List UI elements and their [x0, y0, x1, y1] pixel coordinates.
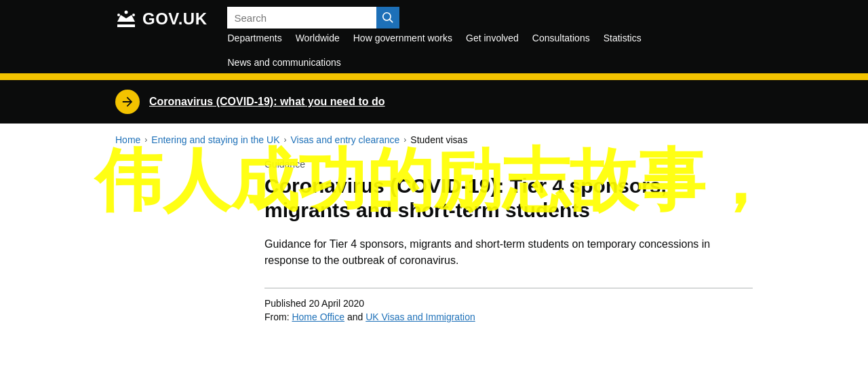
- arrow-right-icon: [121, 96, 134, 108]
- logo-area: GOV.UK: [115, 7, 207, 29]
- covid-arrow-icon: [115, 90, 140, 114]
- breadcrumb-link-visas[interactable]: Visas and entry clearance: [290, 134, 399, 145]
- nav-how-gov-works[interactable]: How government works: [353, 33, 452, 43]
- guidance-label: Guidance: [264, 159, 753, 170]
- article: Guidance Coronavirus (COVID-19): Tier 4 …: [264, 159, 753, 322]
- svg-point-1: [117, 14, 120, 16]
- breadcrumb-sep-3: › Student visas: [403, 134, 467, 145]
- ukvi-link[interactable]: UK Visas and Immigration: [366, 311, 475, 322]
- search-input[interactable]: [227, 7, 376, 29]
- covid-link[interactable]: Coronavirus (COVID-19): what you need to…: [149, 96, 385, 108]
- nav-news-comms[interactable]: News and communications: [227, 57, 340, 68]
- nav-get-involved[interactable]: Get involved: [466, 33, 519, 43]
- crown-icon: [115, 10, 137, 29]
- chevron-right-icon-2: ›: [283, 135, 286, 145]
- site-header: GOV.UK Departments Worldwide How governm…: [0, 0, 868, 73]
- breadcrumb-link-entering[interactable]: Entering and staying in the UK: [151, 134, 279, 145]
- article-title: Coronavirus (COVID-19): Tier 4 sponsors,…: [264, 174, 753, 223]
- nav-consultations[interactable]: Consultations: [532, 33, 590, 43]
- covid-banner: Coronavirus (COVID-19): what you need to…: [0, 80, 868, 124]
- header-right: Departments Worldwide How government wor…: [227, 7, 753, 68]
- breadcrumb: Home › Entering and staying in the UK › …: [115, 134, 753, 145]
- meta-divider: [264, 288, 753, 288]
- breadcrumb-link-home[interactable]: Home: [115, 134, 140, 145]
- breadcrumb-area: Home › Entering and staying in the UK › …: [95, 124, 773, 152]
- chevron-right-icon: ›: [144, 135, 147, 145]
- meta-from: From: Home Office and UK Visas and Immig…: [264, 311, 753, 322]
- svg-point-2: [132, 14, 135, 16]
- nav-worldwide[interactable]: Worldwide: [296, 33, 340, 43]
- chevron-right-icon-3: ›: [403, 135, 406, 145]
- main-nav: Departments Worldwide How government wor…: [227, 33, 753, 68]
- home-office-link[interactable]: Home Office: [292, 311, 344, 322]
- svg-point-0: [125, 11, 128, 14]
- from-label: From:: [264, 311, 292, 322]
- article-description: Guidance for Tier 4 sponsors, migrants a…: [264, 236, 753, 269]
- nav-departments[interactable]: Departments: [227, 33, 281, 43]
- sidebar: [115, 159, 264, 322]
- yellow-bar: [0, 73, 868, 80]
- from-separator: and: [347, 311, 366, 322]
- logo-text: GOV.UK: [142, 10, 207, 29]
- breadcrumb-current: Student visas: [410, 134, 467, 145]
- search-row: [227, 7, 753, 29]
- breadcrumb-sep-1: › Entering and staying in the UK: [144, 134, 279, 145]
- search-button[interactable]: [376, 7, 399, 29]
- meta-published: Published 20 April 2020: [264, 298, 753, 309]
- breadcrumb-sep-2: › Visas and entry clearance: [283, 134, 399, 145]
- search-icon: [382, 12, 393, 23]
- main-content: Guidance Coronavirus (COVID-19): Tier 4 …: [95, 152, 773, 349]
- breadcrumb-item-home: Home: [115, 134, 140, 145]
- nav-statistics[interactable]: Statistics: [604, 33, 642, 43]
